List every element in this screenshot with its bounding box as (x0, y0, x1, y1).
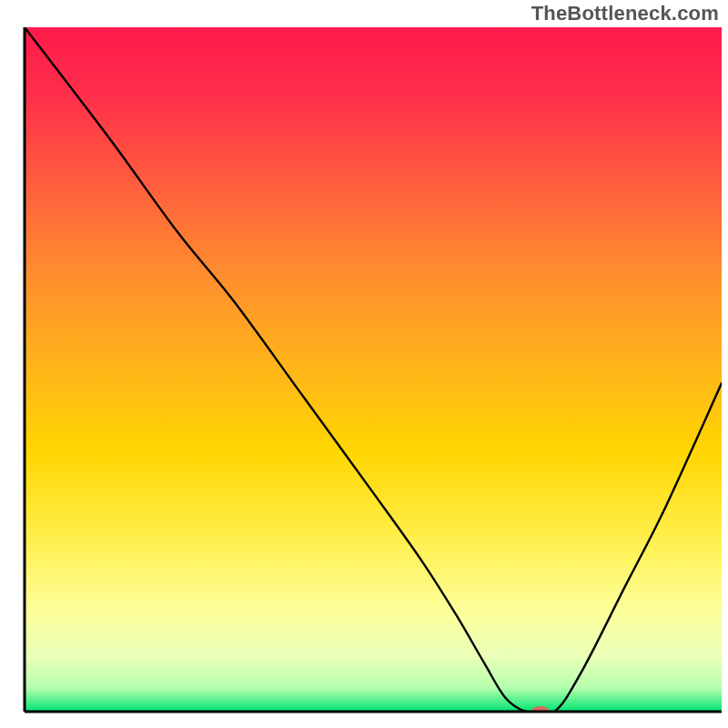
gradient-background (25, 27, 722, 712)
bottleneck-chart (0, 0, 728, 728)
chart-frame: { "watermark": "TheBottleneck.com", "cha… (0, 0, 728, 728)
watermark-label: TheBottleneck.com (531, 2, 719, 25)
